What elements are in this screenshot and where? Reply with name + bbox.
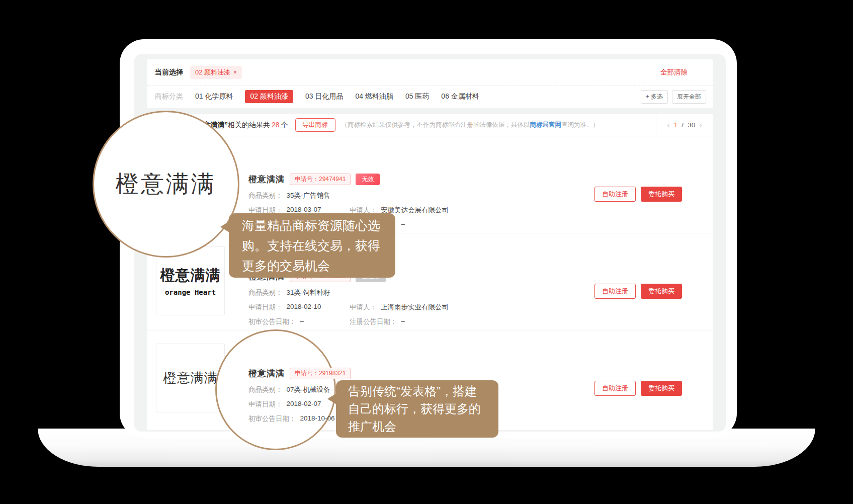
trademark-image-2-cn: 橙意满满	[160, 266, 221, 286]
next-page-icon[interactable]: ›	[699, 121, 702, 130]
tooltip-arrow-icon	[327, 393, 336, 404]
current-page: 1	[674, 121, 678, 129]
category-item-03[interactable]: 03 日化用品	[305, 92, 343, 101]
filter-card: 当前选择 02 颜料油漆 × 全部清除 商标分类 01 化学原料 02 颜料油漆…	[147, 59, 713, 108]
summary-unit: 个	[281, 121, 288, 129]
row-1-actions: 自助注册 委托购买	[594, 187, 682, 202]
date-field-label: 申请日期：	[248, 400, 283, 408]
entrust-purchase-button[interactable]: 委托购买	[641, 187, 682, 202]
tooltip-1-line-2: 购。支持在线交易，获得	[242, 235, 382, 256]
first-publication-value: 2018-10-06	[300, 414, 335, 423]
results-count: 28	[272, 121, 280, 129]
clear-all-button[interactable]: 全部清除	[660, 68, 688, 77]
category-field-value: 31类-饲料种籽	[287, 288, 330, 296]
total-pages: 30	[688, 121, 695, 129]
category-row: 商标分类 01 化学原料 02 颜料油漆 03 日化用品 04 燃料油脂 05 …	[147, 86, 713, 108]
first-publication-label: 初审公告日期：	[248, 414, 296, 423]
first-publication-label: 初审公告日期：	[248, 317, 296, 325]
trademark-name[interactable]: 橙意满满	[248, 174, 285, 185]
self-register-button[interactable]: 自助注册	[594, 381, 636, 396]
status-badge: 无效	[356, 174, 380, 185]
app-no-value: 29474941	[319, 176, 346, 183]
application-number-tag: 申请号：29474941	[290, 174, 351, 185]
results-header: 为您检索到“橙意满满”相关的结果共28个 导出商标 （商标检索结果仅供参考，不作…	[147, 114, 713, 136]
multi-select-button[interactable]: + 多选	[641, 90, 668, 104]
registration-publication-label: 注册公告日期：	[350, 317, 397, 326]
selected-filter-tag-text: 02 颜料油漆	[195, 68, 230, 77]
registration-publication-value: –	[401, 220, 405, 229]
disclaimer-text: （商标检索结果仅供参考，不作为商标能否注册的法律依据；具体以商标局官网查询为准。…	[342, 121, 600, 129]
promo-tooltip-2: 告别传统“发表格”，搭建 自己的标行，获得更多的 推广机会	[336, 380, 498, 438]
tooltip-arrow-icon	[220, 221, 229, 232]
tooltip-2-line-3: 推广机会	[348, 417, 486, 435]
application-number-tag: 申请号：29198321	[290, 368, 351, 379]
date-field-value: 2018-03-07	[287, 206, 321, 214]
tooltip-1-line-3: 更多的交易机会	[242, 256, 382, 276]
trademark-image-3-cn: 橙意满满	[163, 369, 218, 387]
category-field-value: 07类-机械设备	[287, 385, 330, 393]
category-item-01[interactable]: 01 化学原料	[195, 92, 233, 101]
first-publication-value: –	[300, 317, 304, 325]
summary-mid: 相关的结果共	[228, 121, 270, 129]
tooltip-1-line-1: 海量精品商标资源随心选	[242, 215, 382, 235]
row-2-date-line: 申请日期： 2018-02-10 申请人： 上海雨步实业有限公司	[248, 303, 713, 311]
tooltip-2-line-2: 自己的标行，获得更多的	[348, 400, 486, 417]
page-divider: /	[681, 121, 684, 129]
self-register-button[interactable]: 自助注册	[594, 284, 636, 299]
category-label: 商标分类	[155, 92, 183, 101]
category-field-value: 35类-广告销售	[287, 191, 330, 199]
tooltip-2-line-1: 告别传统“发表格”，搭建	[348, 382, 486, 400]
applicant-label: 申请人：	[350, 303, 377, 312]
current-selection-row: 当前选择 02 颜料油漆 × 全部清除	[147, 59, 713, 86]
app-no-label: 申请号：	[295, 370, 319, 377]
self-register-button[interactable]: 自助注册	[594, 187, 636, 202]
category-item-06[interactable]: 06 金属材料	[441, 92, 479, 101]
export-trademark-button[interactable]: 导出商标	[295, 118, 335, 132]
selected-filter-tag[interactable]: 02 颜料油漆 ×	[190, 66, 242, 79]
row-1-date-line: 申请日期： 2018-03-07 申请人： 安徽美达会展有限公司	[248, 206, 713, 214]
entrust-purchase-button[interactable]: 委托购买	[641, 284, 682, 299]
row-2-actions: 自助注册 委托购买	[594, 284, 682, 299]
row-3-actions: 自助注册 委托购买	[594, 381, 682, 396]
disclaimer-before: （商标检索结果仅供参考，不作为商标能否注册的法律依据；具体以	[342, 121, 530, 128]
promo-tooltip-1: 海量精品商标资源随心选 购。支持在线交易，获得 更多的交易机会	[229, 213, 395, 278]
entrust-purchase-button[interactable]: 委托购买	[641, 381, 682, 396]
category-item-04[interactable]: 04 燃料油脂	[355, 92, 393, 101]
category-field-label: 商品类别：	[248, 385, 283, 393]
date-field-value: 2018-02-07	[287, 400, 321, 408]
category-field-label: 商品类别：	[248, 191, 283, 199]
expand-all-button[interactable]: 展开全部	[672, 90, 706, 104]
app-no-value: 29198321	[319, 370, 346, 377]
remove-filter-icon[interactable]: ×	[233, 69, 237, 76]
registration-publication-value: –	[401, 317, 405, 326]
date-field-label: 申请日期：	[248, 303, 283, 311]
pagination: ‹ 1 / 30 ›	[656, 114, 713, 136]
prev-page-icon[interactable]: ‹	[667, 121, 670, 130]
row-2-publication-line: 初审公告日期： – 注册公告日期： –	[248, 317, 713, 325]
trademark-name[interactable]: 橙意满满	[248, 368, 285, 379]
trademark-image-3: 橙意满满	[156, 344, 225, 412]
category-tools: + 多选 展开全部	[641, 90, 706, 104]
registration-publication-field: 注册公告日期： –	[350, 317, 405, 326]
app-no-label: 申请号：	[295, 176, 319, 183]
category-item-05[interactable]: 05 医药	[405, 92, 429, 101]
date-field-label: 申请日期：	[248, 206, 283, 214]
row-3-title-line: 橙意满满 申请号：29198321	[248, 368, 713, 379]
trademark-image-2-en: orange Heart	[165, 288, 216, 296]
current-selection-label: 当前选择	[155, 68, 183, 77]
applicant-field: 申请人： 上海雨步实业有限公司	[350, 303, 449, 312]
trademark-office-link[interactable]: 商标局官网	[530, 121, 562, 128]
applicant-value: 上海雨步实业有限公司	[381, 303, 449, 312]
row-1-title-line: 橙意满满 申请号：29474941 无效	[248, 174, 713, 185]
disclaimer-after: 查询为准。）	[561, 121, 599, 128]
magnifier-circle-1: 橙意满满	[93, 111, 239, 258]
category-item-02-selected[interactable]: 02 颜料油漆	[245, 90, 293, 103]
category-field-label: 商品类别：	[248, 288, 283, 296]
date-field-value: 2018-02-10	[287, 303, 321, 311]
